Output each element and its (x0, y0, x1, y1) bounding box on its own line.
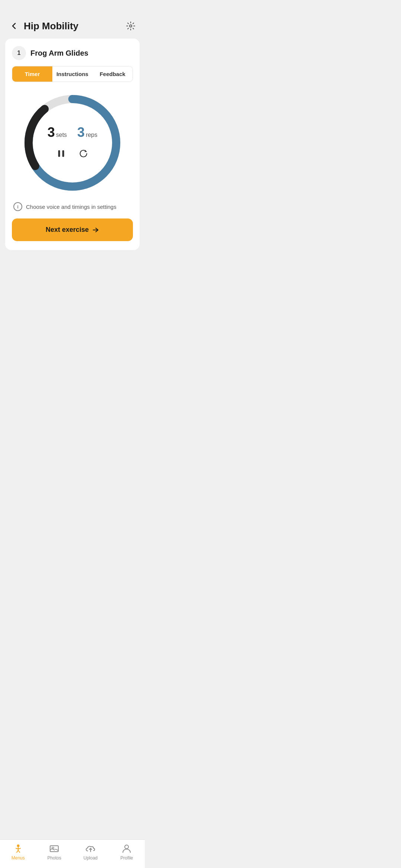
tab-timer[interactable]: Timer (12, 66, 52, 82)
timer-controls (54, 146, 91, 161)
info-icon: i (13, 202, 22, 211)
exercise-header: 1 Frog Arm Glides (12, 46, 133, 60)
reps-label: reps (86, 132, 97, 138)
settings-button[interactable] (124, 19, 137, 33)
exercise-name: Frog Arm Glides (30, 49, 88, 57)
sets-label: sets (56, 132, 67, 138)
pause-button[interactable] (54, 146, 69, 161)
svg-rect-6 (62, 150, 64, 157)
back-button[interactable] (7, 19, 21, 33)
exercise-card: 1 Frog Arm Glides Timer Instructions Fee… (5, 39, 140, 250)
reps-number: 3 (77, 125, 85, 140)
timer-stats: 3 sets 3 reps (48, 125, 98, 140)
header: Hip Mobility (0, 0, 145, 39)
next-exercise-label: Next exercise (46, 226, 89, 234)
info-row: i Choose voice and timings in settings (12, 202, 133, 211)
page-title: Hip Mobility (24, 20, 124, 32)
exercise-number: 1 (12, 46, 26, 60)
svg-rect-5 (58, 150, 60, 157)
sets-stat: 3 sets (48, 125, 67, 140)
info-text: Choose voice and timings in settings (26, 204, 116, 210)
sets-number: 3 (48, 125, 55, 140)
svg-point-0 (130, 25, 132, 27)
timer-inner: 3 sets 3 reps (48, 125, 98, 161)
tab-feedback[interactable]: Feedback (92, 66, 133, 82)
reps-stat: 3 reps (77, 125, 97, 140)
timer-container: 3 sets 3 reps (12, 91, 133, 195)
tab-instructions[interactable]: Instructions (52, 66, 92, 82)
restart-button[interactable] (76, 146, 91, 161)
tabs-bar: Timer Instructions Feedback (12, 66, 133, 82)
next-exercise-button[interactable]: Next exercise (12, 218, 133, 241)
